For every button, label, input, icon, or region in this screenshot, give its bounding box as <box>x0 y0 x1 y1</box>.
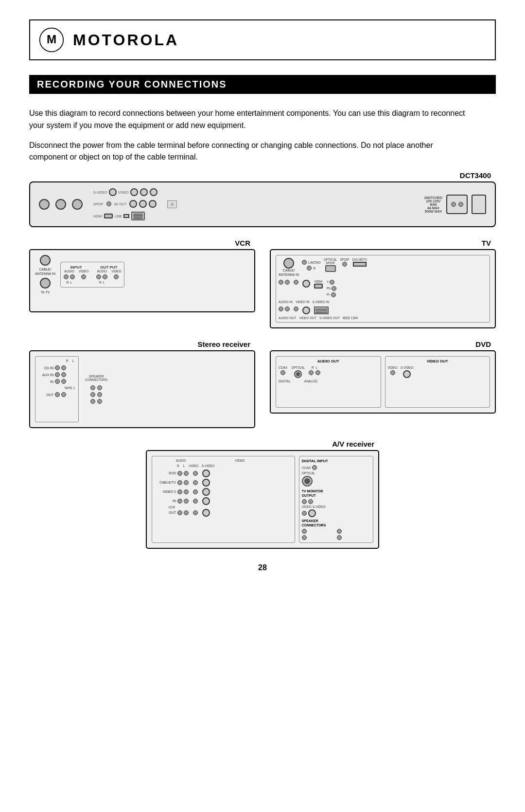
dvd-audio-header: AUDIO OUT <box>279 359 378 363</box>
stereo-cd-in-row: CD IN <box>38 365 76 370</box>
dvd-l-conn <box>315 370 320 375</box>
tv-audio-out-label: AUDIO OUT <box>279 316 296 320</box>
dct-left-panel: S-VIDEO VIDEO SPDIF AV OUT <box>39 188 177 220</box>
tv-dvi-label: DVI-HDTV <box>352 258 368 261</box>
dct-rf-conn3 <box>72 199 83 210</box>
tv-optical-port <box>325 265 336 272</box>
avr-col-headers: AUDIO VIDEO <box>176 459 292 462</box>
stereo-in-row: IN <box>38 379 76 384</box>
avr-tv-monitor-conn2 <box>308 499 313 504</box>
stereo-in-l <box>61 379 66 384</box>
avr-spk-1 <box>302 529 307 534</box>
vcr-video-in-label: VIDEO <box>79 270 88 273</box>
tv-ieee-port <box>314 307 329 314</box>
dct-rf-conn <box>39 199 50 210</box>
avr-optical-section: OPTICAL <box>302 471 370 487</box>
avr-box: AUDIO VIDEO R L VIDEO S-VIDEO <box>146 450 379 549</box>
dvd-optical-section: OPTICAL <box>291 366 305 378</box>
avr-vcr-out-svideo <box>202 509 210 517</box>
stereo-aux-in-row: AUX IN <box>38 372 76 377</box>
avr-spk-4 <box>337 535 342 540</box>
stereo-spk-5 <box>90 399 95 404</box>
stereo-dvd-row: Stereo receiver R L CD IN AUX IN <box>29 340 496 428</box>
dct-power-switch <box>472 195 486 214</box>
vcr-out-rl: R L <box>99 281 105 284</box>
vcr-audio-in-conns <box>64 274 75 279</box>
avr-digital-coax-label: COAX <box>302 466 311 469</box>
vcr-out-r: R <box>99 281 102 284</box>
tv-pr-row: Pr <box>327 292 336 297</box>
dct-power-2 <box>458 202 463 207</box>
dvd-video-conn-section: VIDEO <box>388 366 398 375</box>
stereo-r-header: R <box>66 359 69 362</box>
dct-spdif-conn <box>106 201 111 206</box>
dct-switched-info: SWITCHED 105-125V 60W 4A MAX 500W MAX <box>424 196 442 213</box>
avr-right-panel: DIGITAL INPUT COAX OPTICAL TV MONITOROUT… <box>299 456 373 543</box>
stereo-spk-3 <box>90 392 95 397</box>
vcr-audio-in-r <box>64 274 69 279</box>
tv-spdif-section: SPDIF <box>340 258 349 267</box>
tv-audio-section: L/MONO R <box>302 260 321 271</box>
avr-optical-conn <box>302 476 313 487</box>
dct-spdif-label: SPDIF <box>93 202 104 206</box>
avr-dvd-video <box>193 471 198 476</box>
dct-voltage-label: 105-125V <box>426 199 440 203</box>
vcr-video-in-conn <box>81 274 86 279</box>
avr-vcr-in-l <box>184 499 189 504</box>
dct-warning-label: ⚠ <box>167 200 177 208</box>
vcr-output-audio: AUDIO R L <box>96 270 107 284</box>
avr-vcr-out-label: OUT <box>155 511 176 514</box>
avr-cabletv-r <box>177 480 182 485</box>
dct-usb-port <box>123 214 129 218</box>
avr-r-sub: R <box>177 464 179 468</box>
avr-digital-coax-row: COAX <box>302 465 370 470</box>
tv-svideo-in-section <box>302 280 310 288</box>
avr-svideo-sub: S-VIDEO <box>202 464 215 468</box>
dct-bar2 <box>133 215 143 216</box>
avr-cabletv-l <box>184 480 189 485</box>
dct-bar3 <box>133 217 143 217</box>
motorola-logo-icon: M <box>39 27 64 53</box>
avr-dvd-svideo <box>202 469 210 477</box>
vcr-r: R <box>67 281 69 284</box>
dct-video-label: VIDEO <box>118 191 129 194</box>
avr-video2-r <box>177 489 182 494</box>
avr-cabletv-label: CABLE/TV <box>155 481 176 484</box>
avr-video2-video <box>193 489 198 494</box>
vcr-output-cols: AUDIO R L <box>96 270 121 284</box>
dct-audio-2 <box>139 200 147 208</box>
dvd-l-label: L <box>316 366 318 369</box>
tv-lmono-label: L/MONO <box>308 261 321 264</box>
avr-speaker-label: SPEAKERCONNECTORS <box>302 519 370 527</box>
vcr-audio-out-l <box>103 274 107 279</box>
tv-ieee-bar1 <box>315 308 327 309</box>
dct-bar1 <box>133 214 143 215</box>
stereo-out-label: OUT <box>38 393 53 397</box>
avr-tv-monitor-label: TV MONITOROUTPUT <box>302 489 370 498</box>
dct-right-panel: SWITCHED 105-125V 60W 4A MAX 500W MAX <box>424 195 486 214</box>
avr-vcr-label: VCR <box>168 505 175 509</box>
tv-box: CABLE/ANTENNA IN L/MONO R <box>270 249 496 328</box>
dct-power-1 <box>451 202 456 207</box>
stereo-aux-in-r <box>55 372 60 377</box>
avr-tv-monitor-section: VIDEO S-VIDEO <box>302 499 370 517</box>
stereo-speaker-conns <box>90 385 102 404</box>
tv-video-out-label: VIDEO OUT <box>299 316 316 320</box>
avr-video2-l <box>184 489 189 494</box>
avr-tv-monitor-conn1 <box>302 499 307 504</box>
vcr-output-video: VIDEO <box>111 270 121 284</box>
stereo-col: Stereo receiver R L CD IN AUX IN <box>29 340 255 428</box>
dct-audio-label: AV OUT <box>114 202 127 206</box>
vcr-out-audio-label: AUDIO <box>97 270 107 273</box>
avr-video-header: VIDEO <box>235 459 245 462</box>
dct-bar4 <box>133 218 143 219</box>
avr-video-sub: VIDEO <box>189 464 198 468</box>
dct-power-label: 500W MAX <box>425 210 442 213</box>
dct-hdmi-port <box>104 214 113 218</box>
tv-svideo-out-conn <box>302 307 310 314</box>
dvd-rl-header: R L <box>312 366 317 369</box>
stereo-cd-in-label: CD IN <box>38 366 53 370</box>
dvd-audio-labels: DIGITAL ANALOG <box>279 379 378 383</box>
tv-pr-label: Pr <box>327 293 330 296</box>
dvd-digital-label: DIGITAL <box>279 379 291 383</box>
